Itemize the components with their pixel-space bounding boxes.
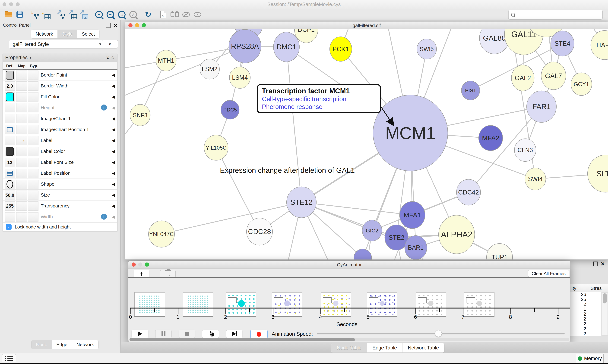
property-row-label-position[interactable]: Label Position◀ — [3, 168, 117, 179]
default-cell[interactable]: 255 — [5, 201, 15, 211]
table-cell[interactable]: 2 — [570, 316, 601, 321]
bypass-cell[interactable] — [28, 81, 39, 91]
stop-button[interactable] — [179, 330, 195, 338]
mapping-cell[interactable] — [16, 125, 27, 134]
next-frame-button[interactable] — [226, 330, 242, 338]
frame-thumbnail-3[interactable] — [272, 292, 303, 316]
network-edge[interactable] — [286, 47, 302, 202]
column-divider[interactable] — [587, 285, 587, 291]
toolbar-hide-selected-button[interactable] — [180, 10, 192, 20]
mapping-cell[interactable] — [16, 212, 27, 221]
mapping-cell[interactable] — [16, 191, 27, 200]
cyanimator-titlebar[interactable]: CyAnimator — [128, 261, 570, 269]
properties-header[interactable]: Properties ▾ « « — [2, 53, 117, 62]
default-cell[interactable] — [5, 169, 15, 178]
tab-edge-table[interactable]: Edge Table — [367, 343, 402, 352]
toolbar-refresh-button[interactable]: ↻ — [142, 10, 154, 20]
float-window-icon[interactable] — [106, 23, 111, 28]
table-cell[interactable]: 1 — [570, 307, 601, 312]
close-panel-icon[interactable]: ✕ — [601, 261, 605, 267]
network-canvas[interactable]: MTH1LSM2LSM4RPS28ADMC1DCP1PCK1SWI5GAL80G… — [125, 29, 608, 260]
default-cell[interactable] — [5, 92, 15, 102]
toolbar-save-button[interactable] — [14, 10, 25, 20]
collapse-arrow-icon[interactable]: ◀ — [112, 127, 115, 132]
collapse-arrow-icon[interactable]: ◀ — [112, 73, 115, 77]
default-cell[interactable] — [5, 136, 15, 145]
style-selector[interactable]: galFiltered Style ▾ — [9, 40, 105, 49]
network-edge[interactable] — [216, 148, 260, 232]
table-cell[interactable]: 25 — [570, 297, 601, 302]
animation-speed-thumb[interactable] — [435, 330, 442, 337]
toolbar-export-network-button[interactable]: ↗ — [55, 10, 67, 20]
table-cell[interactable]: 2 — [570, 326, 601, 331]
mapping-cell[interactable] — [16, 169, 27, 178]
annotation-box[interactable]: Transcription factor MCM1 Cell-type-spec… — [257, 84, 381, 113]
collapse-arrow-icon[interactable]: ◀ — [112, 84, 115, 88]
collapse-arrow-icon[interactable]: ◀ — [112, 160, 115, 165]
default-cell[interactable] — [5, 212, 15, 221]
mapping-cell[interactable]: ⋮› — [16, 136, 27, 145]
clear-all-frames-button[interactable]: Clear All Frames — [528, 270, 569, 277]
collapse-arrow-icon[interactable]: ◀ — [112, 182, 115, 186]
collapse-arrow-icon[interactable]: ◀ — [112, 193, 115, 197]
column-stress[interactable]: Stres — [591, 286, 602, 291]
toolbar-zoom-fit-button[interactable]: ▢ — [116, 10, 127, 20]
toolbar-show-all-button[interactable] — [192, 10, 203, 20]
tab-node[interactable]: Node — [31, 340, 52, 349]
tab-style[interactable]: Style — [58, 30, 77, 38]
annotation-link-2[interactable]: Pheromone response — [262, 103, 376, 110]
collapse-arrow-icon[interactable]: ◀ — [112, 215, 115, 219]
default-cell[interactable] — [5, 103, 15, 112]
toolbar-zoom-in-button[interactable]: + — [93, 10, 105, 20]
default-cell[interactable]: 50.0 — [5, 191, 15, 200]
property-row-width[interactable]: Widthi◀ — [3, 211, 117, 222]
bypass-cell[interactable] — [28, 169, 39, 178]
table-cell[interactable]: 2 — [570, 321, 601, 326]
float-window-icon[interactable] — [593, 261, 597, 266]
toolbar-network-from-document-button[interactable] — [158, 10, 169, 20]
play-button[interactable] — [132, 330, 148, 338]
property-row-label[interactable]: ⋮›Label◀ — [3, 135, 117, 146]
annotation-link-1[interactable]: Cell-type-specific transcription — [262, 95, 376, 103]
toolbar-zoom-selected-button[interactable]: ✓ — [127, 10, 139, 20]
task-history-button[interactable] — [2, 354, 16, 363]
tab-node-table[interactable]: Node Table — [332, 343, 367, 352]
bypass-cell[interactable] — [28, 147, 39, 156]
table-cell[interactable]: 26 — [570, 292, 601, 297]
table-scrollbar[interactable] — [602, 293, 608, 336]
lock-size-checkbox[interactable]: ✓ — [6, 224, 12, 230]
add-frame-button[interactable]: + — [134, 270, 149, 277]
search-input[interactable] — [517, 12, 600, 18]
record-button[interactable] — [250, 330, 268, 338]
default-cell[interactable] — [5, 147, 15, 156]
previous-frame-button[interactable] — [202, 330, 219, 338]
mapping-cell[interactable] — [16, 201, 27, 211]
bypass-cell[interactable] — [28, 180, 39, 189]
default-cell[interactable]: 12 — [5, 158, 15, 167]
default-cell[interactable] — [5, 114, 15, 123]
toolbar-import-table-button[interactable]: ↓ — [40, 10, 52, 20]
property-row-size[interactable]: 50.0Size◀ — [3, 190, 117, 200]
style-options-button[interactable]: ▾ — [102, 40, 118, 49]
property-row-height[interactable]: Heighti◀ — [3, 102, 117, 113]
toolbar-export-table-button[interactable]: ↗ — [67, 10, 78, 20]
mapping-cell[interactable] — [16, 81, 27, 91]
property-row-label-font-size[interactable]: 12Label Font Size◀ — [3, 157, 117, 168]
mapping-cell[interactable] — [16, 103, 27, 112]
pause-button[interactable] — [155, 330, 171, 338]
mapping-cell[interactable] — [16, 71, 27, 80]
frame-thumbnail-2[interactable] — [226, 292, 256, 316]
frame-thumbnail-0[interactable] — [134, 292, 165, 316]
collapse-arrow-icon[interactable]: ◀ — [112, 105, 115, 110]
collapse-arrow-icon[interactable]: ◀ — [112, 116, 115, 121]
toolbar-import-network-button[interactable]: ↓ — [29, 10, 40, 20]
frame-thumbnail-4[interactable] — [321, 292, 351, 316]
bypass-cell[interactable] — [28, 158, 39, 167]
bypass-cell[interactable] — [28, 212, 39, 221]
close-panel-icon[interactable]: ✕ — [113, 22, 118, 29]
collapse-all-icon[interactable]: « — [110, 56, 117, 59]
default-cell[interactable]: 2.0 — [5, 81, 15, 91]
mapping-cell[interactable] — [16, 147, 27, 156]
network-window-titlebar[interactable]: galFiltered.sif — [125, 22, 608, 29]
network-edge[interactable] — [125, 46, 245, 97]
